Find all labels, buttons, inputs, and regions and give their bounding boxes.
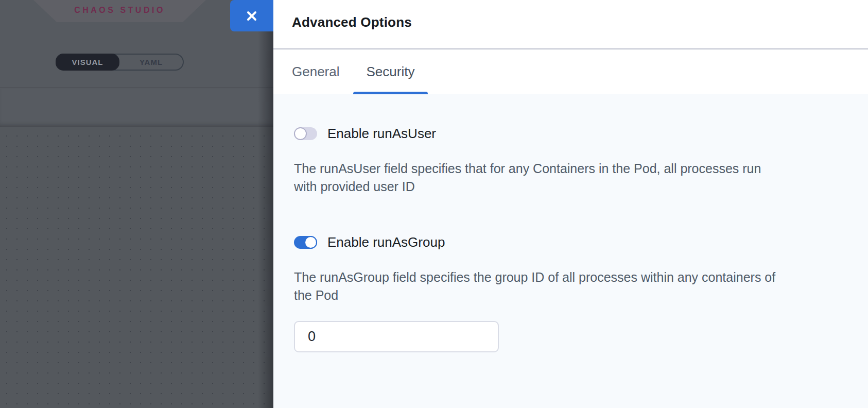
- tab-security[interactable]: Security: [353, 49, 428, 94]
- toggle-knob: [294, 127, 307, 140]
- brand-banner: CHAOS STUDIO: [33, 0, 206, 22]
- mode-yaml-button[interactable]: YAML: [119, 55, 183, 70]
- advanced-options-drawer: Advanced Options General Security Enable…: [273, 0, 868, 408]
- security-tab-content: Enable runAsUser The runAsUser field spe…: [273, 94, 868, 408]
- visual-yaml-toggle[interactable]: VISUAL YAML: [56, 54, 184, 71]
- tab-general[interactable]: General: [279, 49, 353, 94]
- run-as-group-description: The runAsGroup field specifies the group…: [294, 268, 783, 304]
- brand-title: CHAOS STUDIO: [74, 6, 165, 17]
- run-as-user-row: Enable runAsUser: [294, 127, 847, 140]
- toggle-knob: [304, 236, 317, 249]
- workflow-canvas: [0, 127, 273, 408]
- run-as-group-label: Enable runAsGroup: [327, 234, 445, 250]
- close-icon: [245, 9, 258, 23]
- mode-visual-button[interactable]: VISUAL: [56, 54, 119, 71]
- run-as-group-toggle[interactable]: [294, 236, 317, 249]
- run-as-user-description: The runAsUser field specifies that for a…: [294, 160, 783, 196]
- drawer-tabbar: General Security: [279, 49, 428, 94]
- run-as-user-toggle[interactable]: [294, 127, 317, 140]
- chaos-studio-backdrop: CHAOS STUDIO VISUAL YAML: [0, 0, 273, 408]
- backdrop-toolbar: [0, 89, 273, 127]
- run-as-group-row: Enable runAsGroup: [294, 236, 847, 249]
- run-as-user-label: Enable runAsUser: [327, 126, 436, 142]
- group-id-input[interactable]: [294, 321, 499, 352]
- close-drawer-button[interactable]: [230, 0, 273, 31]
- drawer-title: Advanced Options: [292, 14, 412, 30]
